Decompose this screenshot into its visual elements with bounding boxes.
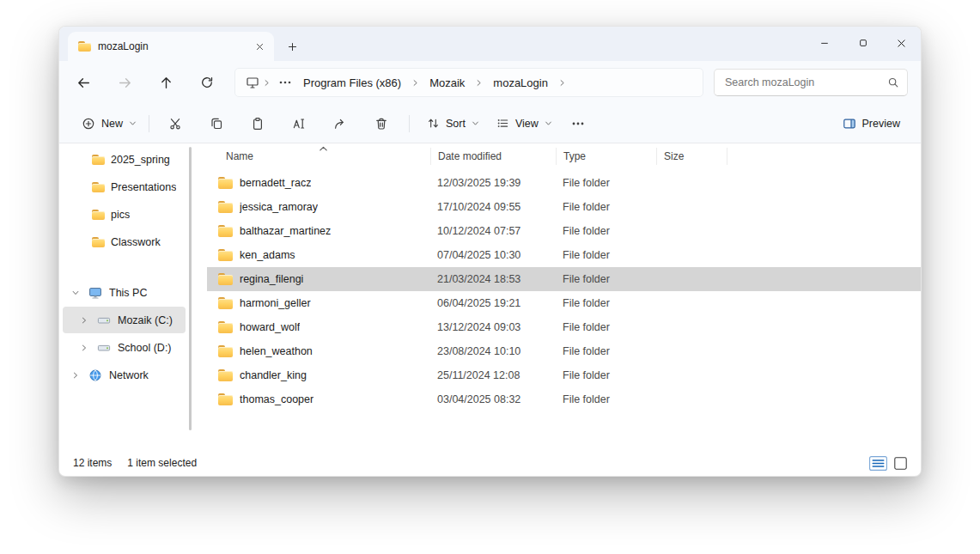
breadcrumb-chevron-icon[interactable] [411, 79, 419, 87]
chevron-right-icon[interactable] [71, 371, 82, 380]
column-header-size[interactable]: Size [656, 148, 727, 165]
file-date: 10/12/2024 07:57 [430, 225, 556, 237]
column-header-label: Name [226, 150, 253, 162]
details-view-button[interactable] [869, 456, 887, 471]
file-row-regina-filengi[interactable]: regina_filengi 21/03/2024 18:53 File fol… [207, 267, 921, 291]
toolbar-separator [149, 115, 149, 132]
close-button[interactable] [882, 27, 921, 59]
ellipsis-icon [279, 81, 291, 84]
up-icon [159, 76, 173, 90]
delete-button[interactable] [364, 109, 399, 138]
paste-button[interactable] [240, 109, 275, 138]
search-icon[interactable] [887, 76, 899, 88]
sidebar-item-pics[interactable]: pics [63, 201, 186, 228]
tab-title: mozaLogin [98, 40, 243, 52]
column-header-name[interactable]: Name [207, 148, 430, 165]
folder-icon [218, 393, 233, 405]
breadcrumb-chevron-icon[interactable] [558, 79, 566, 87]
file-type: File folder [556, 369, 656, 381]
thumbnail-view-button[interactable] [894, 457, 907, 470]
window-controls [805, 27, 921, 59]
sidebar-item-2025-spring[interactable]: 2025_spring [63, 146, 186, 173]
thumbnail-view-icon [894, 457, 907, 470]
file-row-harmoni-geller[interactable]: harmoni_geller 06/04/2025 19:21 File fol… [207, 291, 921, 315]
file-date: 12/03/2025 19:39 [430, 177, 556, 189]
maximize-icon [858, 38, 868, 48]
drive-icon [97, 314, 111, 327]
breadcrumb-item-program-files[interactable]: Program Files (x86) [296, 73, 408, 93]
maximize-button[interactable] [843, 27, 882, 59]
sidebar-item-label: pics [111, 209, 130, 221]
file-date: 06/04/2025 19:21 [430, 297, 556, 309]
copy-icon [210, 117, 223, 131]
rename-icon [292, 117, 306, 131]
sidebar-item-presentations[interactable]: Presentations [63, 174, 186, 200]
new-tab-button[interactable] [279, 34, 305, 58]
new-icon [82, 117, 95, 131]
search-input[interactable] [725, 76, 887, 88]
address-bar[interactable]: Program Files (x86) Mozaik mozaLogin [234, 68, 703, 97]
refresh-button[interactable] [190, 67, 224, 98]
refresh-icon [200, 76, 214, 89]
chevron-right-icon[interactable] [80, 316, 90, 325]
file-row-bernadett-racz[interactable]: bernadett_racz 12/03/2025 19:39 File fol… [207, 171, 921, 195]
rename-button[interactable] [282, 109, 316, 138]
new-button[interactable]: New [73, 109, 145, 138]
file-name: howard_wolf [240, 321, 300, 333]
breadcrumb-item-mozalogin[interactable]: mozaLogin [486, 73, 555, 93]
file-row-howard-wolf[interactable]: howard_wolf 13/12/2024 09:03 File folder [207, 315, 921, 339]
status-bar: 12 items 1 item selected [59, 450, 921, 476]
forward-button[interactable] [107, 67, 142, 98]
trash-icon [374, 117, 388, 131]
file-type: File folder [556, 273, 656, 285]
share-button[interactable] [323, 109, 357, 138]
copy-button[interactable] [199, 109, 234, 138]
column-header-date-modified[interactable]: Date modified [430, 148, 556, 165]
tab-mozalogin[interactable]: mozaLogin [68, 32, 274, 61]
breadcrumb-item-mozaik[interactable]: Mozaik [423, 73, 472, 93]
column-header-label: Date modified [438, 150, 502, 162]
cut-button[interactable] [158, 109, 192, 138]
scissors-icon [168, 117, 182, 131]
sidebar-item-classwork[interactable]: Classwork [63, 228, 186, 255]
more-options-button[interactable] [561, 109, 595, 138]
file-date: 25/11/2024 12:08 [430, 369, 556, 381]
file-list: Name Date modified Type Size bernadett [192, 143, 921, 450]
sidebar-item-school-d[interactable]: School (D:) [63, 334, 186, 361]
sort-button[interactable]: Sort [418, 109, 488, 138]
minimize-button[interactable] [805, 27, 843, 59]
file-row-helen-weathon[interactable]: helen_weathon 23/08/2024 10:10 File fold… [207, 339, 921, 363]
up-button[interactable] [149, 67, 183, 98]
plus-icon [287, 41, 298, 52]
file-row-balthazar-martinez[interactable]: balthazar_martinez 10/12/2024 07:57 File… [207, 219, 921, 243]
tab-close-button[interactable] [250, 37, 269, 56]
back-button[interactable] [66, 67, 100, 98]
breadcrumb-chevron-icon[interactable] [475, 79, 483, 87]
sidebar-scrollbar[interactable] [189, 147, 192, 430]
file-row-jessica-ramoray[interactable]: jessica_ramoray 17/10/2024 09:55 File fo… [207, 195, 921, 219]
view-button[interactable]: View [488, 109, 561, 138]
sidebar-item-network[interactable]: Network [63, 362, 186, 388]
file-type: File folder [556, 321, 656, 333]
navigation-pane: 2025_spring Presentations pics Classwork [59, 143, 192, 450]
paste-icon [251, 117, 265, 131]
folder-icon [218, 177, 233, 189]
sidebar-item-mozaik-c[interactable]: Mozaik (C:) [63, 307, 186, 333]
folder-icon [218, 249, 233, 261]
folder-icon [92, 155, 105, 165]
file-row-chandler-king[interactable]: chandler_king 25/11/2024 12:08 File fold… [207, 363, 921, 387]
file-name: bernadett_racz [240, 177, 311, 189]
chevron-down-icon[interactable] [71, 289, 82, 297]
chevron-right-icon[interactable] [80, 344, 90, 352]
column-headers: Name Date modified Type Size [207, 143, 921, 169]
file-row-thomas-cooper[interactable]: thomas_cooper 03/04/2025 08:32 File fold… [207, 387, 921, 411]
folder-icon [92, 182, 105, 192]
column-header-type[interactable]: Type [556, 148, 656, 165]
file-date: 21/03/2024 18:53 [430, 273, 556, 285]
sidebar-item-label: 2025_spring [111, 154, 170, 166]
breadcrumb-ellipsis-button[interactable] [274, 71, 296, 94]
preview-button[interactable]: Preview [834, 109, 909, 138]
sidebar-item-this-pc[interactable]: This PC [63, 279, 186, 306]
file-row-ken-adams[interactable]: ken_adams 07/04/2025 10:30 File folder [207, 243, 921, 267]
view-button-label: View [515, 118, 539, 130]
